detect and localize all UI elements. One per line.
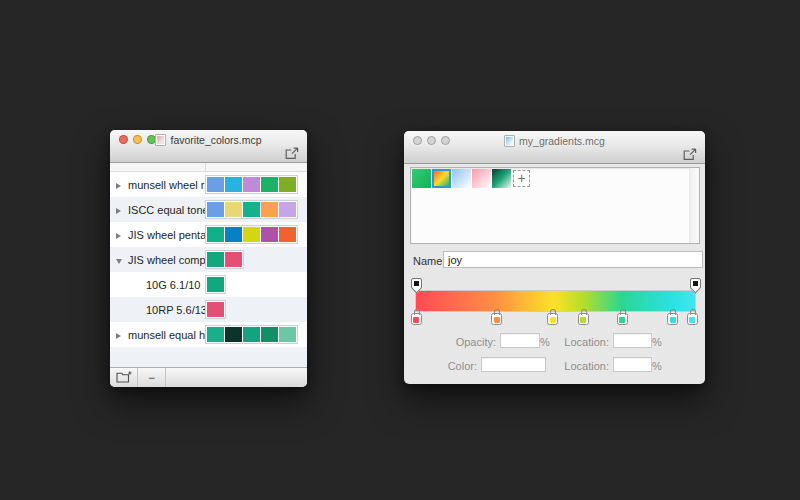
palette-row[interactable]: JIS wheel comple… [110,247,307,272]
color-swatch[interactable] [261,227,278,242]
color-swatch[interactable] [207,202,224,217]
list-filler-stripe [110,347,307,368]
color-swatch[interactable] [261,327,278,342]
color-swatch[interactable] [225,327,242,342]
color-stop-fill [580,317,586,323]
color-swatch[interactable] [279,327,296,342]
my-gradients-window: my_gradients.mcg + Name: Opacity: % Loca… [404,131,705,384]
color-stop[interactable] [667,313,678,325]
color-swatch[interactable] [279,202,296,217]
color-swatch[interactable] [225,252,242,267]
gradient-thumbnails: + [412,169,530,188]
opacity-stop[interactable] [690,278,701,289]
share-icon [284,147,299,160]
disclosure-triangle-icon[interactable] [116,229,126,241]
swatch-group [206,176,297,193]
titlebar[interactable]: favorite_colors.mcp [110,130,307,163]
gradient-thumbnail-joy-gradient[interactable] [432,169,451,188]
document-icon [504,135,515,147]
color-stop-fill [689,317,695,323]
minus-icon: − [148,371,155,385]
document-icon [155,134,166,146]
color-swatch[interactable] [207,252,224,267]
bottom-toolbar: − [110,367,307,387]
palette-row[interactable]: 10RP 5.6/13.5 [110,297,307,322]
name-label: Name: [413,255,445,267]
share-button[interactable] [680,147,698,161]
gradient-library-panel: + [410,167,700,244]
titlebar[interactable]: my_gradients.mcg [404,131,705,164]
color-stop[interactable] [617,313,628,325]
palette-label: 10G 6.1/10 [146,279,200,291]
gradient-thumbnail-dark-green-gradient[interactable] [492,169,511,188]
color-swatch[interactable] [225,177,242,192]
color-stop-fill [494,317,500,323]
opacity-stop[interactable] [411,278,422,289]
add-group-button[interactable] [110,368,138,387]
favorite-colors-window: favorite_colors.mcp munsell wheel ran…IS… [110,130,307,387]
gradient-thumbnail-green-gradient[interactable] [412,169,431,188]
share-button[interactable] [282,146,300,160]
color-stop[interactable] [687,313,698,325]
palette-label: JIS wheel pentad [128,229,212,241]
swatch-group [206,301,225,318]
palette-row[interactable]: 10G 6.1/10 [110,272,307,297]
color-label: Color: [424,360,477,372]
location-bottom-label: Location: [554,360,609,372]
swatch-group [206,326,297,343]
remove-button[interactable]: − [138,368,166,387]
opacity-input[interactable] [500,333,540,348]
palette-row[interactable]: ISCC equal tone [110,197,307,222]
gradient-thumbnail-pink-gradient[interactable] [472,169,491,188]
palette-label: munsell equal hue [128,329,217,341]
opacity-label: Opacity: [424,336,496,348]
share-icon [682,148,697,161]
color-swatch[interactable] [261,177,278,192]
color-swatch[interactable] [279,177,296,192]
disclosure-triangle-icon[interactable] [116,204,126,216]
color-swatch[interactable] [243,227,260,242]
color-input[interactable] [481,357,546,372]
gradient-bar[interactable] [416,291,695,311]
color-swatch[interactable] [243,202,260,217]
location-top-unit: % [652,336,662,348]
color-stop-fill [670,317,676,323]
add-gradient-button[interactable]: + [513,170,530,187]
location-top-label: Location: [554,336,609,348]
color-swatch[interactable] [207,277,224,292]
color-stop[interactable] [491,313,502,325]
color-stop[interactable] [547,313,558,325]
color-swatch[interactable] [243,327,260,342]
color-swatch[interactable] [279,227,296,242]
disclosure-triangle-icon[interactable] [116,329,126,341]
gradient-thumbnail-blue-gradient[interactable] [452,169,471,188]
color-stop[interactable] [411,313,422,325]
color-stop-fill [413,317,419,323]
gradient-editor [416,291,695,311]
color-swatch[interactable] [243,177,260,192]
palette-row[interactable]: JIS wheel pentad [110,222,307,247]
swatch-group [206,201,297,218]
color-swatch[interactable] [207,177,224,192]
color-stop[interactable] [578,313,589,325]
color-stop-fill [619,317,625,323]
color-swatch[interactable] [207,302,224,317]
color-stop-fill [550,317,556,323]
disclosure-triangle-icon[interactable] [116,179,126,191]
color-swatch[interactable] [207,227,224,242]
palette-row[interactable]: munsell wheel ran… [110,172,307,197]
palette-row[interactable]: munsell equal hue [110,322,307,347]
swatch-group [206,251,243,268]
swatch-group [206,226,297,243]
name-input[interactable] [443,251,703,268]
location-bottom-input[interactable] [613,357,652,372]
window-title: my_gradients.mcg [519,135,605,147]
location-bottom-unit: % [652,360,662,372]
color-swatch[interactable] [207,327,224,342]
color-swatch[interactable] [261,202,278,217]
location-top-input[interactable] [613,333,652,348]
disclosure-triangle-icon[interactable] [116,254,126,266]
color-swatch[interactable] [225,227,242,242]
window-title: favorite_colors.mcp [170,134,261,146]
color-swatch[interactable] [225,202,242,217]
